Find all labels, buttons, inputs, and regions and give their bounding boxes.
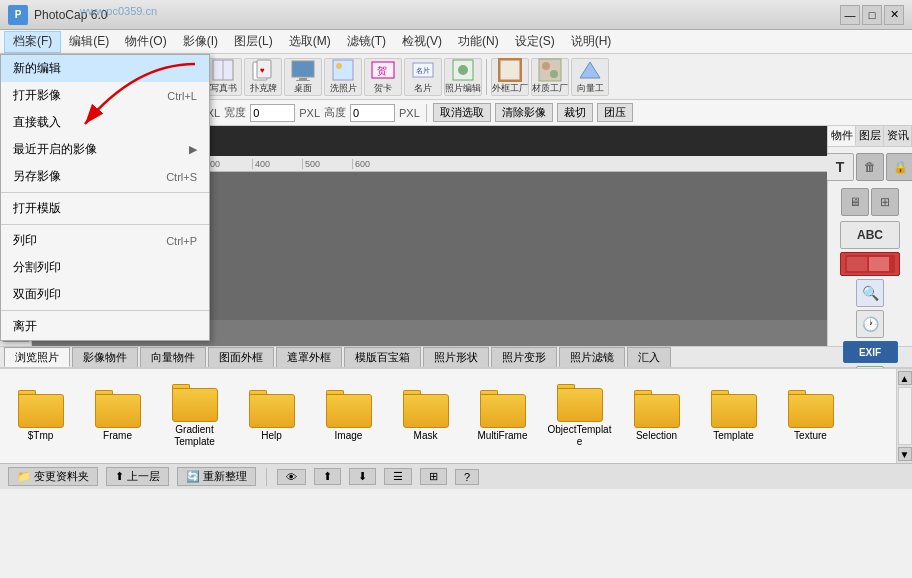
dropdown-double-print[interactable]: 双面列印 [1,281,209,308]
menu-select[interactable]: 选取(M) [281,31,339,53]
folder-selection-label: Selection [636,430,677,442]
scroll-up-button[interactable]: ▲ [898,371,912,385]
app-logo: P [8,5,28,25]
tab-info[interactable]: 资讯 [884,126,912,146]
toolbar-separator [486,59,487,95]
folder-objecttemplate[interactable]: ObjectTemplate [547,384,612,448]
folder-mask-icon [403,390,449,428]
menu-file[interactable]: 档案(F) [4,31,61,53]
menu-help[interactable]: 说明(H) [563,31,620,53]
status-help-button[interactable]: ? [455,469,479,485]
menu-image[interactable]: 影像(I) [175,31,226,53]
outerframe-button[interactable]: 外框工厂 [491,58,529,96]
btab-vectorobj[interactable]: 向量物件 [140,347,206,367]
materialfab-icon [538,58,562,82]
minimize-button[interactable]: — [840,5,860,25]
group-button[interactable]: 团压 [597,103,633,122]
desktop-button[interactable]: 桌面 [284,58,322,96]
w-input[interactable] [250,104,295,122]
folder-texture[interactable]: Texture [778,390,843,442]
dropdown-split-print[interactable]: 分割列印 [1,254,209,281]
photoedit-icon [451,58,475,82]
dropdown-direct-load[interactable]: 直接载入 [1,109,209,136]
outerframe-icon [498,58,522,82]
dropdown-save-as[interactable]: 另存影像 Ctrl+S [1,163,209,190]
status-grid-button[interactable]: ⊞ [420,468,447,485]
right-panel: 物件 图层 资讯 T 🗑 🔒 🖥 ⊞ ABC 🔍 🕐 [827,126,912,346]
unit-w: PXL [299,107,320,119]
dropdown-open-image[interactable]: 打开影像 Ctrl+L [1,82,209,109]
text-tool-button[interactable]: T [826,153,854,181]
menu-function[interactable]: 功能(N) [450,31,507,53]
folder-objecttemplate-icon [557,384,603,422]
tab-object[interactable]: 物件 [828,126,856,146]
folder-objecttemplate-label: ObjectTemplate [547,424,612,448]
clock-button[interactable]: 🕐 [856,310,884,338]
status-up-button[interactable]: ⬆ [314,468,341,485]
folder-help[interactable]: Help [239,390,304,442]
menu-edit[interactable]: 编辑(E) [61,31,117,53]
zoom-tool-button[interactable]: 🔍 [856,279,884,307]
menu-layer[interactable]: 图层(L) [226,31,281,53]
card-button[interactable]: 贺 贺卡 [364,58,402,96]
folder-tmp[interactable]: $Tmp [8,390,73,442]
status-list-button[interactable]: ☰ [384,468,412,485]
delete-button[interactable]: 🗑 [856,153,884,181]
folder-gradient[interactable]: GradientTemplate [162,384,227,448]
abc-tool-button[interactable]: ABC [840,221,900,249]
folder-multiframe[interactable]: MultiFrame [470,390,535,442]
close-button[interactable]: ✕ [884,5,904,25]
tab-layer[interactable]: 图层 [856,126,884,146]
dropdown-exit[interactable]: 离开 [1,313,209,340]
materialfab-button[interactable]: 材质工厂 [531,58,569,96]
folder-mask[interactable]: Mask [393,390,458,442]
eye-status-button[interactable]: 👁 [277,469,306,485]
folder-image[interactable]: Image [316,390,381,442]
unit-h: PXL [399,107,420,119]
btab-outerframe[interactable]: 图面外框 [208,347,274,367]
status-down-button[interactable]: ⬇ [349,468,376,485]
dropdown-print[interactable]: 列印 Ctrl+P [1,227,209,254]
photoedit-button[interactable]: 照片编辑 [444,58,482,96]
menu-settings[interactable]: 设定(S) [507,31,563,53]
washphoto-button[interactable]: 洗照片 [324,58,362,96]
namephoto-button[interactable]: 名片 名片 [404,58,442,96]
btab-import[interactable]: 汇入 [627,347,671,367]
btab-phototransform[interactable]: 照片变形 [491,347,557,367]
change-folder-button[interactable]: 📁 变更资料夹 [8,467,98,486]
menu-object[interactable]: 物件(O) [117,31,174,53]
vector-button[interactable]: 向量工 [571,58,609,96]
exif-button[interactable]: EXIF [843,341,898,363]
btab-template[interactable]: 模版百宝箱 [344,347,421,367]
scroll-down-button[interactable]: ▼ [898,447,912,461]
ruler-mark-500: 500 [302,159,352,169]
maximize-button[interactable]: □ [862,5,882,25]
dropdown-recent[interactable]: 最近开启的影像 ▶ [1,136,209,163]
h-input[interactable] [350,104,395,122]
crop-button[interactable]: 裁切 [557,103,593,122]
rearrange-button[interactable]: 🔄 重新整理 [177,467,256,486]
folder-multiframe-label: MultiFrame [477,430,527,442]
monitor-button[interactable]: 🖥 [841,188,869,216]
btab-photofilter[interactable]: 照片滤镜 [559,347,625,367]
btab-maskframe[interactable]: 遮罩外框 [276,347,342,367]
folder-frame[interactable]: Frame [85,390,150,442]
dropdown-open-template[interactable]: 打开模版 [1,195,209,222]
btab-photoshape[interactable]: 照片形状 [423,347,489,367]
dropdown-new[interactable]: 新的编辑 [1,55,209,82]
up-layer-button[interactable]: ⬆ 上一层 [106,467,169,486]
browser-area: $Tmp Frame GradientTemplate Help [0,368,912,463]
cards-button[interactable]: ♥ 扑克牌 [244,58,282,96]
btab-browse[interactable]: 浏览照片 [4,347,70,367]
btab-imageobj[interactable]: 影像物件 [72,347,138,367]
rearrange-icon: 🔄 [186,470,200,483]
grid-button[interactable]: ⊞ [871,188,899,216]
lock-button[interactable]: 🔒 [886,153,912,181]
image-button[interactable] [840,252,900,276]
menu-view[interactable]: 检视(V) [394,31,450,53]
clear-image-button[interactable]: 清除影像 [495,103,553,122]
folder-template[interactable]: Template [701,390,766,442]
folder-selection[interactable]: Selection [624,390,689,442]
menu-filter[interactable]: 滤镜(T) [339,31,394,53]
cancel-select-button[interactable]: 取消选取 [433,103,491,122]
